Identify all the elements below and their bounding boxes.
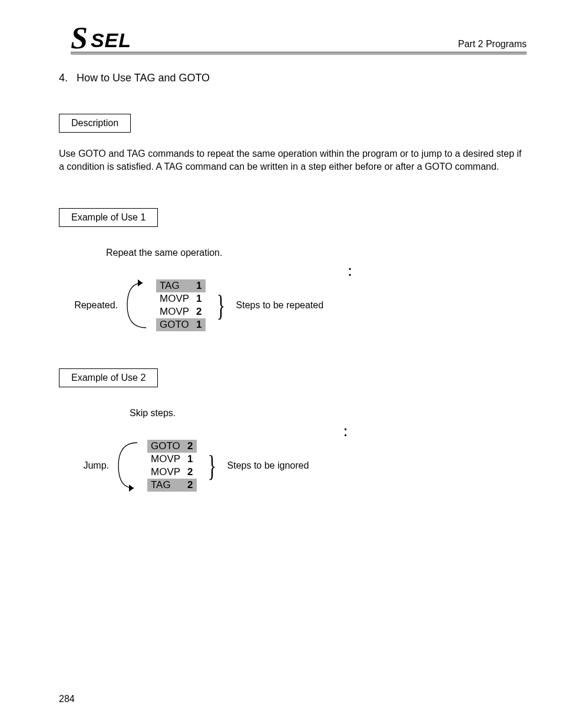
brand-logo: S SEL xyxy=(71,24,131,52)
example-1-diagram: Repeated. TAG1 MOVP1 MOVP2 GOTO1 } Steps… xyxy=(65,277,527,333)
cmd-cell: TAG xyxy=(147,479,184,492)
val-cell: 1 xyxy=(193,292,205,305)
cmd-cell: TAG xyxy=(156,279,193,292)
example-2-right-label: Steps to be ignored xyxy=(227,460,309,471)
logo-s-glyph: S xyxy=(71,25,87,52)
vertical-ellipsis-icon: .. xyxy=(165,423,527,435)
val-cell: 1 xyxy=(193,279,205,292)
description-label-box: Description xyxy=(59,114,131,133)
page-header: S SEL Part 2 Programs xyxy=(71,24,527,54)
table-row: MOVP2 xyxy=(156,305,206,318)
table-row: MOVP1 xyxy=(156,292,206,305)
cmd-cell: GOTO xyxy=(147,440,184,453)
val-cell: 1 xyxy=(193,318,205,331)
cmd-cell: MOVP xyxy=(156,305,193,318)
example-2-code-table: GOTO2 MOVP1 MOVP2 TAG2 xyxy=(147,440,197,492)
part-label: Part 2 Programs xyxy=(458,39,527,52)
section-title: 4. How to Use TAG and GOTO xyxy=(59,72,527,84)
section-heading: How to Use TAG and GOTO xyxy=(77,72,210,84)
cmd-cell: MOVP xyxy=(147,466,184,479)
example-1-side-label: Repeated. xyxy=(65,300,118,311)
example-2-diagram: Jump. GOTO2 MOVP1 MOVP2 TAG2 } Steps to … xyxy=(65,437,527,493)
table-row: GOTO2 xyxy=(147,440,197,453)
svg-marker-1 xyxy=(129,485,134,492)
val-cell: 1 xyxy=(184,453,196,466)
example-1-caption: Repeat the same operation. xyxy=(106,248,527,258)
loop-arrow-up-icon xyxy=(124,277,150,333)
logo-sel-text: SEL xyxy=(91,29,131,52)
cmd-cell: MOVP xyxy=(147,453,184,466)
val-cell: 2 xyxy=(193,305,205,318)
document-page: S SEL Part 2 Programs 4. How to Use TAG … xyxy=(0,0,562,728)
example-1: Example of Use 1 Repeat the same operati… xyxy=(59,208,527,333)
brace-icon: } xyxy=(206,454,217,477)
table-row: MOVP2 xyxy=(147,466,197,479)
table-row: GOTO1 xyxy=(156,318,206,331)
table-row: MOVP1 xyxy=(147,453,197,466)
jump-arrow-down-icon xyxy=(115,437,141,493)
example-1-code-table: TAG1 MOVP1 MOVP2 GOTO1 xyxy=(156,279,206,331)
val-cell: 2 xyxy=(184,466,196,479)
cmd-cell: MOVP xyxy=(156,292,193,305)
vertical-ellipsis-icon: .. xyxy=(174,263,527,275)
val-cell: 2 xyxy=(184,440,196,453)
cmd-cell: GOTO xyxy=(156,318,193,331)
example-2-side-label: Jump. xyxy=(65,460,109,471)
table-row: TAG1 xyxy=(156,279,206,292)
svg-marker-0 xyxy=(138,279,143,286)
example-2-label: Example of Use 2 xyxy=(59,368,158,387)
example-2: Example of Use 2 Skip steps. .. Jump. GO… xyxy=(59,368,527,493)
brace-icon: } xyxy=(215,294,226,317)
page-number: 284 xyxy=(59,694,75,704)
description-body: Use GOTO and TAG commands to repeat the … xyxy=(59,147,527,173)
example-1-label: Example of Use 1 xyxy=(59,208,158,227)
table-row: TAG2 xyxy=(147,479,197,492)
example-1-right-label: Steps to be repeated xyxy=(236,300,324,311)
val-cell: 2 xyxy=(184,479,196,492)
example-2-caption: Skip steps. xyxy=(130,408,527,419)
section-number: 4. xyxy=(59,72,68,84)
